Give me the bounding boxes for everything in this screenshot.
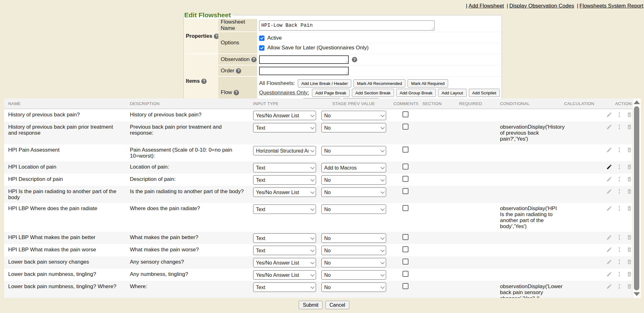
stage-prev-value-select[interactable]: No [321, 246, 386, 255]
question-mark-icon[interactable]: ? [201, 79, 207, 84]
pencil-icon[interactable] [606, 188, 612, 194]
input-type-select[interactable]: Text [253, 233, 316, 243]
cancel-button[interactable]: Cancel [325, 301, 349, 309]
submit-button[interactable]: Submit [299, 301, 323, 309]
observation-input[interactable] [259, 55, 349, 64]
comments-checkbox[interactable] [402, 205, 408, 211]
trash-icon[interactable] [626, 283, 632, 289]
input-type-select[interactable]: Yes/No Answer List [253, 258, 316, 267]
move-vertical-icon[interactable] [616, 147, 622, 153]
stage-prev-value-select[interactable]: No [321, 146, 386, 155]
trash-icon[interactable] [626, 176, 632, 182]
question-mark-icon[interactable]: ? [236, 68, 241, 74]
link-add-flowsheet[interactable]: Add Flowsheet [469, 3, 504, 9]
stage-prev-value-select[interactable]: No [321, 123, 386, 132]
pencil-icon[interactable] [606, 205, 612, 211]
comments-checkbox[interactable] [402, 259, 408, 265]
input-type-select[interactable]: Text [253, 123, 316, 132]
stage-prev-value-select[interactable]: No [321, 204, 386, 214]
questionnaires-only-link[interactable]: Questionnaires Only: [259, 90, 309, 96]
trash-icon[interactable] [626, 164, 632, 170]
comments-checkbox[interactable] [402, 271, 408, 277]
comments-checkbox[interactable] [402, 283, 408, 289]
stage-prev-value-select[interactable]: No [321, 258, 386, 267]
add-group-break-button[interactable]: Add Group Break [396, 89, 436, 97]
flowsheet-name-input[interactable]: HPI-Low Back Pain [259, 20, 435, 31]
add-layout-button[interactable]: Add Layout [438, 89, 466, 97]
move-vertical-icon[interactable] [616, 112, 622, 118]
input-type-select[interactable]: Yes/No Answer List [253, 187, 316, 197]
trash-icon[interactable] [626, 259, 632, 265]
input-type-select[interactable]: Yes/No Answer List [253, 270, 316, 280]
stage-prev-value-select[interactable]: No [321, 282, 386, 292]
question-mark-icon[interactable]: ? [251, 57, 257, 62]
add-line-break-header-button[interactable]: Add Line Break / Header [298, 79, 351, 87]
active-checkbox[interactable] [259, 36, 264, 41]
stage-prev-value-select[interactable]: No [321, 233, 386, 243]
pencil-icon[interactable] [606, 164, 612, 170]
link-display-observation-codes[interactable]: Display Observation Codes [509, 3, 574, 9]
comments-checkbox[interactable] [402, 188, 408, 194]
comments-checkbox[interactable] [402, 147, 408, 153]
stage-prev-value-select[interactable]: No [321, 187, 386, 197]
input-type-select[interactable]: Text [253, 175, 316, 185]
resize-grip-icon[interactable] [345, 71, 347, 74]
move-vertical-icon[interactable] [616, 234, 622, 240]
comments-checkbox[interactable] [402, 164, 408, 170]
stage-prev-value-select[interactable]: No [321, 270, 386, 280]
input-type-select[interactable]: Yes/No Answer List [253, 111, 316, 120]
pencil-icon[interactable] [606, 112, 612, 118]
link-flowsheets-system-report[interactable]: Flowsheets System Report [580, 3, 643, 9]
trash-icon[interactable] [626, 247, 632, 253]
mark-all-required-button[interactable]: Mark All Required [408, 79, 448, 87]
move-vertical-icon[interactable] [616, 271, 622, 277]
move-vertical-icon[interactable] [616, 188, 622, 194]
stage-prev-value-select[interactable]: Add to Macros [321, 163, 386, 172]
comments-checkbox[interactable] [402, 176, 408, 182]
comments-checkbox[interactable] [402, 234, 408, 240]
comments-checkbox[interactable] [402, 124, 408, 130]
input-type-select[interactable]: Horizontal Structured Ans [253, 146, 316, 155]
trash-icon[interactable] [626, 112, 632, 118]
order-input[interactable] [259, 67, 349, 75]
trash-icon[interactable] [626, 205, 632, 211]
move-vertical-icon[interactable] [616, 283, 622, 289]
move-vertical-icon[interactable] [616, 259, 622, 265]
pencil-icon[interactable] [606, 283, 612, 289]
input-type-select[interactable]: Text [253, 204, 316, 214]
triangle-down-icon[interactable] [634, 292, 640, 296]
move-vertical-icon[interactable] [616, 164, 622, 170]
move-vertical-icon[interactable] [616, 247, 622, 253]
input-type-select[interactable]: Text [253, 246, 316, 255]
allow-save-checkbox[interactable] [259, 45, 264, 51]
triangle-up-icon[interactable] [634, 100, 640, 104]
comments-checkbox[interactable] [402, 111, 408, 117]
vertical-scrollbar[interactable] [633, 98, 641, 298]
resize-grip-icon[interactable] [345, 60, 347, 63]
trash-icon[interactable] [626, 124, 632, 130]
trash-icon[interactable] [626, 188, 632, 194]
pencil-icon[interactable] [606, 259, 612, 265]
stage-prev-value-select[interactable]: No [321, 111, 386, 120]
mark-all-recommended-button[interactable]: Mark All Recommended [353, 79, 405, 87]
question-mark-icon[interactable]: ? [352, 57, 357, 62]
add-scriptlet-button[interactable]: Add Scriptlet [469, 89, 500, 97]
pencil-icon[interactable] [606, 271, 612, 277]
stage-prev-value-select[interactable]: No [321, 175, 386, 185]
resize-grip-icon[interactable] [431, 27, 434, 30]
move-vertical-icon[interactable] [616, 124, 622, 130]
trash-icon[interactable] [626, 147, 632, 153]
pencil-icon[interactable] [606, 147, 612, 153]
pencil-icon[interactable] [606, 234, 612, 240]
pencil-icon[interactable] [606, 176, 612, 182]
add-section-break-button[interactable]: Add Section Break [352, 89, 394, 97]
add-page-break-button[interactable]: Add Page Break [312, 89, 350, 97]
comments-checkbox[interactable] [402, 246, 408, 252]
trash-icon[interactable] [626, 234, 632, 240]
question-mark-icon[interactable]: ? [234, 90, 239, 95]
move-vertical-icon[interactable] [616, 176, 622, 182]
pencil-icon[interactable] [606, 124, 612, 130]
move-vertical-icon[interactable] [616, 205, 622, 211]
scrollbar-thumb[interactable] [634, 106, 639, 290]
pencil-icon[interactable] [606, 247, 612, 253]
